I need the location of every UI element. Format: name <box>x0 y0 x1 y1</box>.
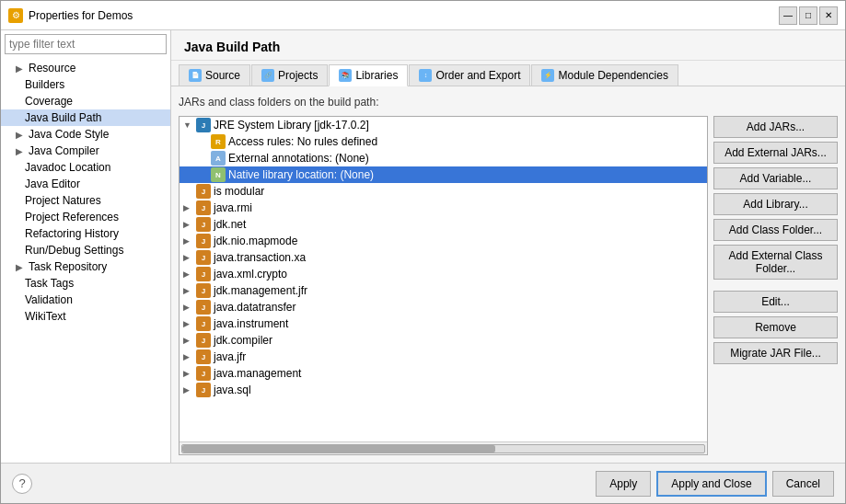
sidebar-item[interactable]: Task Tags <box>1 275 170 292</box>
window-title: Properties for Demos <box>29 9 133 22</box>
action-button-add-jars-[interactable]: Add JARs... <box>713 116 838 138</box>
tree-item[interactable]: ▶Jjava.jfr <box>180 349 707 365</box>
tree-scroll[interactable]: ▼JJRE System Library [jdk-17.0.2] RAcces… <box>180 117 707 441</box>
action-button-add-external-class-folder-[interactable]: Add External Class Folder... <box>713 245 838 280</box>
expand-icon: ▶ <box>183 253 196 262</box>
tree-item-label: jdk.compiler <box>214 334 272 347</box>
expand-arrow-icon: ▶ <box>16 63 23 74</box>
h-scrollbar[interactable] <box>181 444 705 453</box>
expand-icon: ▶ <box>183 336 196 345</box>
sidebar-item[interactable]: ▶Java Code Style <box>1 126 170 143</box>
tree-item[interactable]: ▶Jjava.instrument <box>180 315 707 332</box>
action-button-migrate-jar-file-[interactable]: Migrate JAR File... <box>713 342 838 364</box>
action-button-edit-[interactable]: Edit... <box>713 291 838 313</box>
tab-libraries[interactable]: 📚Libraries <box>329 64 408 86</box>
tree-item-label: Access rules: No rules defined <box>228 135 377 148</box>
tree-item-icon: A <box>211 151 226 166</box>
sidebar-item[interactable]: ▶Resource <box>1 60 170 76</box>
action-button-remove[interactable]: Remove <box>713 316 838 338</box>
tree-container: ▼JJRE System Library [jdk-17.0.2] RAcces… <box>179 116 708 455</box>
sidebar-item[interactable]: Run/Debug Settings <box>1 242 170 258</box>
sidebar-item-label: Validation <box>25 293 73 306</box>
tree-item[interactable]: ▶Jjdk.management.jfr <box>180 282 707 299</box>
tree-item-icon: J <box>196 283 211 298</box>
sidebar-item-label: WikiText <box>25 310 66 323</box>
tree-item[interactable]: RAccess rules: No rules defined <box>180 133 707 150</box>
sidebar: ▶ResourceBuildersCoverageJava Build Path… <box>1 30 171 463</box>
action-button-add-library-[interactable]: Add Library... <box>713 193 838 215</box>
tree-item-label: java.sql <box>214 384 251 396</box>
cancel-button[interactable]: Cancel <box>772 471 834 497</box>
tree-item[interactable]: ▶Jjdk.net <box>180 216 707 233</box>
help-button[interactable]: ? <box>12 474 32 494</box>
sidebar-item[interactable]: Validation <box>1 292 170 308</box>
sidebar-item[interactable]: Java Editor <box>1 176 170 192</box>
tree-item[interactable]: Jis modular <box>180 183 707 200</box>
sidebar-item[interactable]: ▶Task Repository <box>1 258 170 275</box>
apply-close-button[interactable]: Apply and Close <box>656 471 766 497</box>
tree-item[interactable]: ▶Jjava.datatransfer <box>180 299 707 315</box>
tree-item[interactable]: ▼JJRE System Library [jdk-17.0.2] <box>180 117 707 133</box>
sidebar-item[interactable]: Coverage <box>1 93 170 109</box>
tree-item[interactable]: AExternal annotations: (None) <box>180 150 707 166</box>
filter-input[interactable] <box>5 34 167 54</box>
close-button[interactable]: ✕ <box>819 6 838 25</box>
title-bar: ⚙ Properties for Demos — □ ✕ <box>1 1 845 30</box>
tree-item-icon: J <box>196 300 211 315</box>
sidebar-item[interactable]: Project References <box>1 209 170 225</box>
minimize-button[interactable]: — <box>779 6 797 25</box>
expand-icon: ▶ <box>183 319 196 328</box>
tab-order-and-export[interactable]: ↕Order and Export <box>409 64 530 86</box>
expand-icon: ▶ <box>183 203 196 212</box>
sidebar-item-label: Builders <box>25 78 64 91</box>
tree-item[interactable]: ▶Jjava.sql <box>180 382 707 398</box>
sidebar-item[interactable]: Java Build Path <box>1 109 170 126</box>
properties-dialog: ⚙ Properties for Demos — □ ✕ ▶ResourceBu… <box>0 0 846 504</box>
sidebar-item[interactable]: Javadoc Location <box>1 159 170 176</box>
sidebar-item[interactable]: WikiText <box>1 308 170 325</box>
maximize-button[interactable]: □ <box>799 6 817 25</box>
action-button-add-variable-[interactable]: Add Variable... <box>713 167 838 189</box>
sidebar-item-label: Task Repository <box>29 260 107 273</box>
sidebar-item[interactable]: ▶Java Compiler <box>1 143 170 159</box>
tab-module-dependencies[interactable]: ⚡Module Dependencies <box>531 64 678 86</box>
h-scrollbar-area <box>180 441 707 454</box>
tab-label: Order and Export <box>435 69 520 82</box>
expand-icon: ▶ <box>183 220 196 229</box>
sidebar-item-label: Project Natures <box>25 194 101 207</box>
tree-item[interactable]: ▶Jjdk.nio.mapmode <box>180 233 707 249</box>
tree-item-icon: J <box>196 184 211 199</box>
action-button-add-class-folder-[interactable]: Add Class Folder... <box>713 219 838 241</box>
tab-label: Module Dependencies <box>558 69 667 82</box>
tree-item-label: External annotations: (None) <box>228 152 369 165</box>
tree-item-icon: J <box>196 118 211 132</box>
expand-icon: ▶ <box>183 236 196 246</box>
tab-source[interactable]: 📄Source <box>179 64 250 86</box>
tree-item-icon: J <box>196 267 211 281</box>
tree-item-icon: J <box>196 383 211 397</box>
tree-item-icon: J <box>196 200 211 215</box>
action-button-add-external-jars-[interactable]: Add External JARs... <box>713 142 838 164</box>
tree-item-icon: J <box>196 349 211 364</box>
apply-button[interactable]: Apply <box>596 471 651 497</box>
tree-item[interactable]: NNative library location: (None) <box>180 166 707 183</box>
sidebar-item-label: Java Compiler <box>29 144 99 157</box>
tree-item-label: jdk.nio.mapmode <box>214 235 297 247</box>
bottom-right: Apply Apply and Close Cancel <box>596 471 834 497</box>
tree-item[interactable]: ▶Jjava.management <box>180 365 707 382</box>
tree-item[interactable]: ▶Jjava.rmi <box>180 200 707 216</box>
tab-projects[interactable]: 🔗Projects <box>251 64 328 86</box>
tree-item[interactable]: ▶Jjava.xml.crypto <box>180 266 707 282</box>
tree-item-label: java.transaction.xa <box>214 251 306 264</box>
tree-item[interactable]: ▶Jjdk.compiler <box>180 332 707 349</box>
sidebar-item[interactable]: Builders <box>1 76 170 93</box>
sidebar-item-label: Project References <box>25 211 119 223</box>
tree-item-icon: J <box>196 234 211 248</box>
tree-item-icon: J <box>196 250 211 265</box>
tree-item[interactable]: ▶Jjava.transaction.xa <box>180 249 707 266</box>
tab-icon: 🔗 <box>261 69 274 82</box>
tree-item-label: Native library location: (None) <box>228 168 374 181</box>
tab-label: Projects <box>278 69 318 82</box>
sidebar-item[interactable]: Project Natures <box>1 192 170 209</box>
sidebar-item[interactable]: Refactoring History <box>1 225 170 242</box>
